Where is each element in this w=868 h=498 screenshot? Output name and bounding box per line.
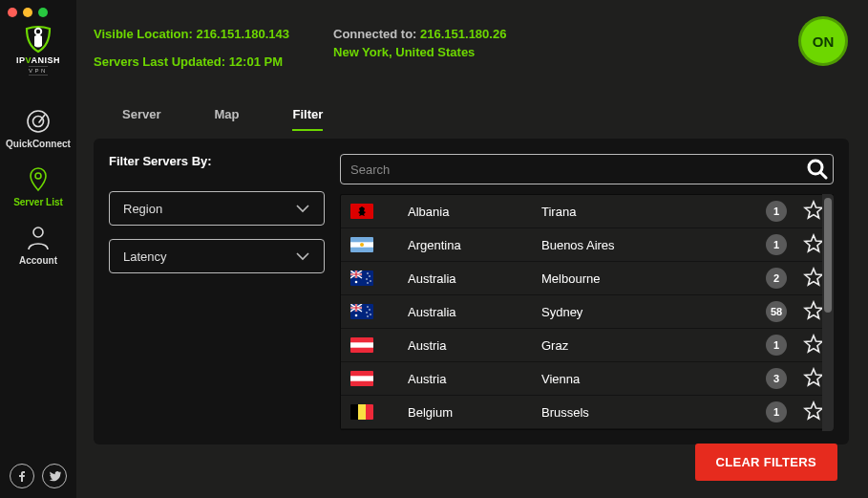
- shield-logo-icon: [18, 25, 58, 54]
- facebook-icon: [16, 470, 28, 482]
- svg-point-9: [360, 243, 364, 247]
- main-content: Visible Location: 216.151.180.143 Server…: [76, 0, 868, 498]
- connection-toggle[interactable]: ON: [801, 19, 845, 63]
- favorite-button[interactable]: [803, 334, 824, 357]
- flag-icon: [350, 371, 373, 386]
- table-row[interactable]: AustraliaMelbourne2: [341, 262, 833, 295]
- favorite-button[interactable]: [803, 300, 824, 324]
- scrollbar-thumb[interactable]: [824, 198, 832, 313]
- table-row[interactable]: AustriaVienna3: [341, 362, 833, 396]
- zoom-dot[interactable]: [38, 8, 48, 17]
- svg-point-25: [355, 314, 358, 317]
- logo-title: IPVANISH: [16, 55, 60, 65]
- latency-label: Latency: [123, 249, 167, 264]
- server-count-badge: 1: [766, 234, 787, 255]
- filters-title: Filter Servers By:: [109, 154, 325, 168]
- svg-point-1: [28, 111, 49, 132]
- table-row[interactable]: BelgiumBrussels1: [341, 396, 833, 429]
- sidebar-nav: QuickConnect Server List Account: [0, 98, 76, 273]
- filter-controls: Filter Servers By: Region Latency: [109, 154, 325, 431]
- flag-icon: [350, 304, 373, 319]
- search-icon: [807, 159, 828, 180]
- filter-panel: Filter Servers By: Region Latency: [94, 139, 849, 444]
- star-icon: [803, 267, 824, 288]
- flag-icon: [350, 204, 373, 219]
- connected-to: Connected to: 216.151.180.26: [333, 27, 506, 41]
- country-cell: Austria: [408, 372, 541, 386]
- country-cell: Belgium: [408, 405, 541, 420]
- svg-point-16: [367, 282, 369, 284]
- star-icon: [803, 200, 824, 221]
- search-button[interactable]: [805, 157, 830, 182]
- country-cell: Australia: [408, 305, 541, 319]
- search-wrap: [340, 154, 834, 184]
- flag-icon: [350, 237, 373, 252]
- server-count-badge: 1: [766, 335, 787, 356]
- twitter-icon: [49, 471, 61, 482]
- nav-serverlist[interactable]: Server List: [0, 157, 76, 215]
- app-logo: IPVANISH VPN: [16, 25, 60, 76]
- svg-rect-29: [350, 376, 373, 380]
- svg-point-12: [367, 272, 369, 274]
- user-icon: [25, 225, 52, 251]
- table-row[interactable]: AlbaniaTirana1: [341, 195, 833, 228]
- svg-point-17: [355, 281, 358, 284]
- server-count-badge: 58: [766, 301, 787, 322]
- favorite-button[interactable]: [803, 367, 824, 391]
- twitter-link[interactable]: [42, 464, 67, 488]
- region-label: Region: [123, 202, 162, 216]
- latency-select[interactable]: Latency: [109, 239, 325, 273]
- star-icon: [803, 367, 824, 388]
- facebook-link[interactable]: [10, 464, 34, 488]
- server-count-badge: 1: [766, 401, 787, 422]
- nav-label: QuickConnect: [6, 139, 71, 149]
- nav-account[interactable]: Account: [0, 215, 76, 273]
- nav-label: Server List: [13, 197, 63, 207]
- server-count-badge: 2: [766, 268, 787, 289]
- tab-filter[interactable]: Filter: [292, 107, 323, 131]
- tab-server[interactable]: Server: [122, 107, 160, 131]
- star-icon: [803, 334, 824, 355]
- server-rows-viewport: AlbaniaTirana1ArgentinaBuenos Aires1Aust…: [340, 194, 834, 431]
- star-icon: [803, 300, 824, 321]
- city-cell: Tirana: [541, 205, 756, 219]
- favorite-button[interactable]: [803, 267, 824, 291]
- region-select[interactable]: Region: [109, 191, 325, 226]
- table-row[interactable]: AustraliaSydney58: [341, 295, 833, 329]
- svg-rect-32: [366, 404, 373, 420]
- country-cell: Argentina: [408, 238, 541, 252]
- table-row[interactable]: AustriaGraz1: [341, 329, 833, 362]
- visible-location: Visible Location: 216.151.180.143: [94, 27, 289, 41]
- svg-point-4: [33, 227, 43, 237]
- nav-quickconnect[interactable]: QuickConnect: [0, 98, 76, 157]
- svg-point-24: [367, 315, 369, 317]
- flag-icon: [350, 271, 373, 286]
- clear-filters-button[interactable]: CLEAR FILTERS: [695, 444, 838, 481]
- svg-point-21: [369, 309, 370, 311]
- flag-icon: [350, 404, 373, 420]
- favorite-button[interactable]: [803, 401, 824, 424]
- svg-rect-31: [358, 404, 366, 420]
- country-cell: Albania: [408, 205, 541, 219]
- svg-point-22: [366, 312, 368, 314]
- favorite-button[interactable]: [803, 233, 824, 257]
- server-count-badge: 3: [766, 368, 787, 389]
- window-traffic-lights: [8, 8, 48, 17]
- header: Visible Location: 216.151.180.143 Server…: [94, 27, 849, 69]
- close-dot[interactable]: [8, 8, 17, 17]
- country-cell: Australia: [408, 271, 541, 286]
- svg-point-3: [35, 173, 41, 179]
- search-input[interactable]: [340, 154, 834, 184]
- favorite-button[interactable]: [803, 200, 824, 224]
- svg-point-13: [369, 275, 370, 277]
- location-pin-icon: [25, 166, 52, 193]
- minimize-dot[interactable]: [23, 8, 32, 17]
- tab-map[interactable]: Map: [214, 107, 239, 131]
- svg-point-23: [370, 314, 371, 315]
- scrollbar[interactable]: [822, 194, 834, 431]
- country-cell: Austria: [408, 338, 541, 353]
- city-cell: Buenos Aires: [541, 238, 756, 252]
- social-links: [10, 464, 67, 488]
- table-row[interactable]: ArgentinaBuenos Aires1: [341, 228, 833, 262]
- server-rows: AlbaniaTirana1ArgentinaBuenos Aires1Aust…: [340, 194, 834, 430]
